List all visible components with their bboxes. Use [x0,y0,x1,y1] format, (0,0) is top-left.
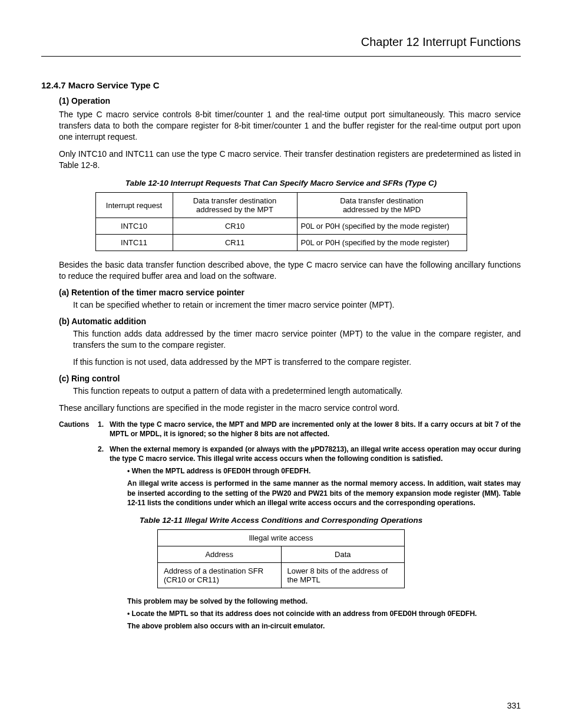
a-body: It can be specified whether to retain or… [73,299,521,311]
t2-r1c1: Address of a destination SFR (CR10 or CR… [158,562,282,588]
post-caution-bullet: • Locate the MPTL so that its address do… [127,610,521,618]
b-body2: If this function is not used, data addre… [73,357,521,368]
besides-text: Besides the basic data transfer function… [59,259,521,282]
t1-r2c3: P0L or P0H (specified by the mode regist… [297,235,467,251]
b-body1: This function adds data addressed by the… [73,328,521,351]
ancillary-note: These ancillary functions are specified … [59,403,521,414]
t1-r1c2: CR10 [173,218,297,235]
t1-r2c1: INTC11 [95,235,173,251]
t2-htop: Illegal write access [158,529,405,546]
operation-heading: (1) Operation [59,96,521,106]
b-heading: (b) Automatic addition [59,317,521,326]
t1-h3b: addressed by the MPD [301,205,463,214]
t2-h1: Address [158,546,282,562]
t2-r1c2: Lower 8 bits of the address of the MPTL [281,562,405,588]
chapter-header: Chapter 12 Interrupt Functions [41,35,521,57]
t1-r1c3: P0L or P0H (specified by the mode regist… [297,218,467,235]
caution-1: Cautions 1. With the type C macro servic… [59,420,521,439]
t1-h2b: addressed by the MPT [179,205,291,214]
table-12-10-caption: Table 12-10 Interrupt Requests That Can … [41,179,521,187]
table-12-10: Interrupt request Data transfer destinat… [95,192,467,251]
caution-bullet-1: • When the MPTL address is 0FED0H throug… [127,467,521,475]
section-heading: 12.4.7 Macro Service Type C [41,80,521,90]
caution-2: 2. When the external memory is expanded … [59,444,521,463]
caution-1-text: With the type C macro service, the MPT a… [110,420,521,439]
t1-h2: Data transfer destination addressed by t… [173,193,297,218]
caution-2-body: An illegal write access is performed in … [127,479,521,508]
operation-p2: Only INTC10 and INTC11 can use the type … [59,149,521,171]
t1-r2c2: CR11 [173,235,297,251]
caution-1-num: 1. [98,420,110,439]
caution-2-text: When the external memory is expanded (or… [110,444,521,463]
t1-h3: Data transfer destination addressed by t… [297,193,467,218]
t1-h3a: Data transfer destination [301,196,463,205]
post-caution-p1: This problem may be solved by the follow… [127,597,521,606]
c-heading: (c) Ring control [59,374,521,383]
operation-p1: The type C macro service controls 8-bit … [59,109,521,143]
table-12-11-caption: Table 12-11 Illegal Write Access Conditi… [41,516,521,525]
table-12-11: Illegal write access Address Data Addres… [157,529,405,588]
post-caution-p2: The above problem also occurs with an in… [127,621,521,631]
page-number: 331 [507,701,521,710]
t1-r1c1: INTC10 [95,218,173,235]
caution-2-num: 2. [98,444,110,463]
t2-h2: Data [281,546,405,562]
cautions-label: Cautions [59,420,98,439]
a-heading: (a) Retention of the timer macro service… [59,288,521,297]
t1-h2a: Data transfer destination [179,196,291,205]
c-body: This function repeats to output a patter… [73,386,521,397]
t1-h1: Interrupt request [95,193,173,218]
